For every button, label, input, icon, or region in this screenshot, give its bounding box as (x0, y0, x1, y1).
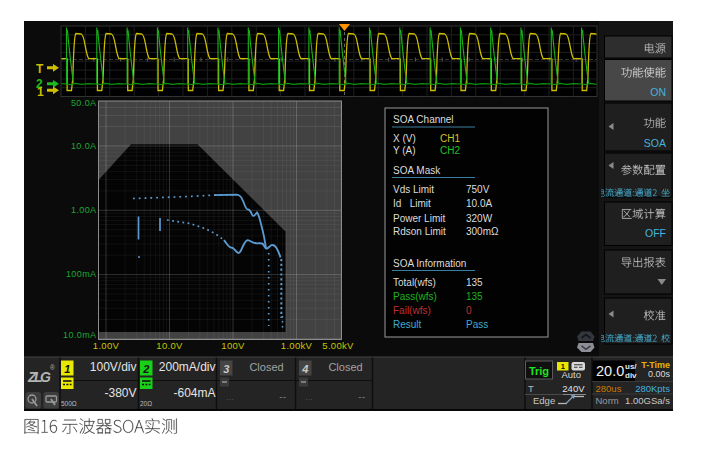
svg-text:0.00s: 0.00s (648, 369, 671, 379)
svg-text:ON: ON (650, 86, 666, 98)
svg-text:10.0A: 10.0A (466, 198, 492, 209)
svg-text:20Ω: 20Ω (140, 400, 152, 407)
svg-text:10.0mA: 10.0mA (63, 330, 96, 340)
svg-text:SOA Channel: SOA Channel (393, 114, 454, 125)
svg-text:div: div (625, 371, 637, 380)
svg-text:200mA/div: 200mA/div (159, 360, 216, 374)
svg-text:1.00V: 1.00V (93, 340, 120, 351)
svg-text:T: T (36, 62, 44, 76)
svg-text:5.00kV: 5.00kV (322, 340, 354, 351)
svg-text:280us: 280us (596, 383, 622, 394)
svg-text:SOA Information: SOA Information (393, 258, 466, 269)
svg-text:···: ··· (305, 395, 313, 404)
svg-text:--: -- (358, 391, 365, 402)
svg-text:Auto: Auto (562, 369, 582, 380)
svg-text:Pass: Pass (466, 319, 488, 330)
svg-text:Result: Result (393, 319, 422, 330)
svg-text:100V/div: 100V/div (90, 360, 137, 374)
svg-text:Closed: Closed (249, 361, 283, 373)
svg-text:®: ® (50, 364, 55, 371)
svg-text:135: 135 (466, 277, 483, 288)
svg-text:50.0A: 50.0A (71, 98, 97, 108)
svg-text:--: -- (279, 391, 286, 402)
svg-text:T: T (528, 383, 534, 394)
svg-text:10.0V: 10.0V (156, 340, 183, 351)
svg-text:1: 1 (37, 85, 44, 99)
svg-text:Trig: Trig (529, 365, 549, 377)
svg-text:ZLG: ZLG (27, 369, 51, 385)
svg-text:OFF: OFF (645, 227, 666, 239)
svg-text:···: ··· (226, 395, 234, 404)
svg-text:135: 135 (466, 291, 483, 302)
svg-text:Norm: Norm (596, 395, 619, 406)
svg-text:SOA Mask: SOA Mask (393, 165, 441, 176)
svg-text:240V: 240V (562, 383, 585, 394)
svg-text:3: 3 (223, 363, 229, 375)
svg-text:750V: 750V (466, 184, 490, 195)
svg-text:Vds Limit: Vds Limit (393, 184, 434, 195)
svg-text:Closed: Closed (328, 361, 362, 373)
svg-text:Total(wfs): Total(wfs) (393, 277, 436, 288)
svg-text:1.00GSa/s: 1.00GSa/s (625, 395, 670, 406)
svg-text:10.0A: 10.0A (71, 141, 97, 151)
svg-text:320W: 320W (466, 213, 493, 224)
svg-text:Edge: Edge (533, 395, 555, 406)
svg-text:Rdson Limit: Rdson Limit (393, 226, 446, 237)
svg-text:0: 0 (466, 305, 472, 316)
svg-text:1.00kV: 1.00kV (281, 340, 313, 351)
svg-text:Id Limit: Id Limit (393, 198, 431, 209)
svg-text:-604mA: -604mA (173, 386, 215, 400)
svg-text:Fail(wfs): Fail(wfs) (393, 305, 431, 316)
svg-text:SOA: SOA (644, 137, 666, 149)
svg-text:280Kpts: 280Kpts (635, 383, 670, 394)
svg-text:1: 1 (64, 363, 70, 375)
svg-text:2: 2 (142, 363, 149, 375)
svg-text:X (V): X (V) (393, 133, 416, 144)
svg-text:100V: 100V (221, 340, 245, 351)
svg-text:T-Time: T-Time (641, 360, 670, 370)
svg-text:Y (A): Y (A) (393, 145, 416, 156)
svg-text:20.0: 20.0 (596, 363, 624, 379)
svg-text:300mΩ: 300mΩ (466, 226, 499, 237)
svg-text:500Ω: 500Ω (61, 400, 77, 407)
svg-text:100mA: 100mA (66, 269, 97, 279)
svg-text:-380V: -380V (104, 386, 136, 400)
svg-text:4: 4 (301, 363, 308, 375)
svg-text:1.00A: 1.00A (71, 205, 97, 215)
svg-text:Power Limit: Power Limit (393, 213, 445, 224)
svg-text:CH1: CH1 (440, 133, 460, 144)
svg-text:CH2: CH2 (440, 145, 460, 156)
svg-text:Pass(wfs): Pass(wfs) (393, 291, 437, 302)
